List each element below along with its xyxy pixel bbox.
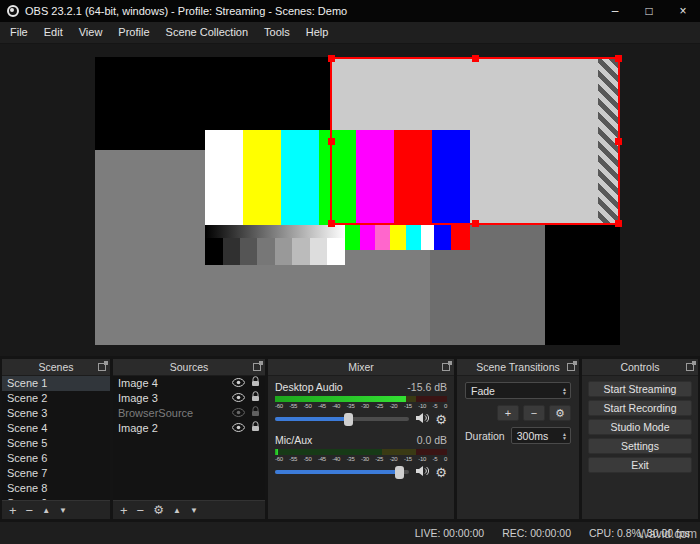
volume-slider[interactable] <box>275 464 409 480</box>
remove-transition-button[interactable]: − <box>523 405 545 421</box>
duration-spinbox[interactable]: 300ms ▲▼ <box>511 427 571 444</box>
source-row[interactable]: Image 2 <box>113 421 265 436</box>
visibility-eye-icon[interactable] <box>232 376 245 391</box>
sources-toolbar: + − ⚙ ▲ ▼ <box>113 500 265 519</box>
transitions-panel-title: Scene Transitions <box>476 361 559 373</box>
meter-fill <box>275 449 278 455</box>
slider-handle[interactable] <box>395 466 404 479</box>
source-properties-button[interactable]: ⚙ <box>153 503 164 517</box>
dock-float-icon[interactable] <box>253 363 261 371</box>
obs-window: OBS 23.2.1 (64-bit, windows) - Profile: … <box>0 0 700 544</box>
lock-icon[interactable] <box>251 421 260 436</box>
channel-gear-icon[interactable]: ⚙ <box>435 413 447 426</box>
scene-row[interactable]: Scene 5 <box>2 436 110 451</box>
add-source-button[interactable]: + <box>120 504 128 517</box>
scene-row[interactable]: Scene 6 <box>2 451 110 466</box>
selection-handle[interactable] <box>328 138 335 145</box>
window-controls: – □ × <box>598 0 700 22</box>
scene-row[interactable]: Scene 4 <box>2 421 110 436</box>
scene-row[interactable]: Scene 7 <box>2 466 110 481</box>
add-scene-button[interactable]: + <box>9 504 17 517</box>
transition-properties-button[interactable]: ⚙ <box>549 405 571 421</box>
lock-icon[interactable] <box>251 406 260 421</box>
lock-icon[interactable] <box>251 376 260 391</box>
visibility-eye-icon[interactable] <box>232 391 245 406</box>
scenes-panel: Scenes Scene 1 Scene 2 Scene 3 Scene 4 S… <box>2 359 110 519</box>
combo-arrows-icon[interactable]: ▲▼ <box>562 387 567 395</box>
duration-row: Duration 300ms ▲▼ <box>465 427 571 444</box>
selection-handle[interactable] <box>328 55 335 62</box>
add-transition-button[interactable]: + <box>497 405 519 421</box>
dock-float-icon[interactable] <box>686 363 694 371</box>
channel-gear-icon[interactable]: ⚙ <box>435 466 447 479</box>
slider-handle[interactable] <box>344 413 353 426</box>
selection-handle[interactable] <box>615 138 622 145</box>
controls-panel-header: Controls <box>582 359 698 376</box>
menu-view[interactable]: View <box>71 22 111 43</box>
visibility-eye-icon[interactable] <box>232 406 245 421</box>
selection-handle[interactable] <box>472 55 479 62</box>
watermark: Wavid.com <box>638 527 697 541</box>
menu-file[interactable]: File <box>2 22 36 43</box>
selection-handle[interactable] <box>615 220 622 227</box>
slider-fill <box>275 470 400 474</box>
volume-slider[interactable] <box>275 411 409 427</box>
live-status: LIVE: 00:00:00 <box>415 527 484 539</box>
titlebar: OBS 23.2.1 (64-bit, windows) - Profile: … <box>0 0 700 22</box>
channel-db-value: -15.6 dB <box>407 381 447 394</box>
menu-profile[interactable]: Profile <box>110 22 157 43</box>
start-streaming-button[interactable]: Start Streaming <box>588 381 692 397</box>
source-row[interactable]: Image 4 <box>113 376 265 391</box>
scene-row[interactable]: Scene 8 <box>2 481 110 496</box>
scene-row[interactable]: Scene 1 <box>2 376 110 391</box>
move-scene-up-button[interactable]: ▲ <box>42 506 50 515</box>
settings-button[interactable]: Settings <box>588 438 692 454</box>
scene-row[interactable]: Scene 2 <box>2 391 110 406</box>
maximize-button[interactable]: □ <box>632 0 666 22</box>
channel-db-value: 0.0 dB <box>417 434 447 447</box>
lock-icon[interactable] <box>251 391 260 406</box>
remove-scene-button[interactable]: − <box>26 504 34 517</box>
source-row[interactable]: BrowserSource <box>113 406 265 421</box>
dock-float-icon[interactable] <box>442 363 450 371</box>
mixer-channel: Mic/Aux 0.0 dB -60-55-50-45-40-35-30-25-… <box>275 434 447 481</box>
scenes-list[interactable]: Scene 1 Scene 2 Scene 3 Scene 4 Scene 5 … <box>2 376 110 500</box>
source-name: Image 4 <box>118 376 226 391</box>
source-row[interactable]: Image 3 <box>113 391 265 406</box>
menu-tools[interactable]: Tools <box>256 22 298 43</box>
selection-handle[interactable] <box>328 220 335 227</box>
source-grayscale-strips[interactable] <box>205 225 345 265</box>
dock-float-icon[interactable] <box>98 363 106 371</box>
scene-row[interactable]: Scene 3 <box>2 406 110 421</box>
start-recording-button[interactable]: Start Recording <box>588 400 692 416</box>
remove-source-button[interactable]: − <box>137 504 145 517</box>
visibility-eye-icon[interactable] <box>232 421 245 436</box>
dock-float-icon[interactable] <box>567 363 575 371</box>
selection-handle[interactable] <box>615 55 622 62</box>
preview-canvas[interactable] <box>95 57 620 345</box>
menu-help[interactable]: Help <box>298 22 337 43</box>
move-source-down-button[interactable]: ▼ <box>190 506 198 515</box>
move-scene-down-button[interactable]: ▼ <box>59 506 67 515</box>
transition-select[interactable]: Fade ▲▼ <box>465 382 571 399</box>
move-source-up-button[interactable]: ▲ <box>173 506 181 515</box>
studio-mode-button[interactable]: Studio Mode <box>588 419 692 435</box>
close-button[interactable]: × <box>666 0 700 22</box>
selection-handle[interactable] <box>472 220 479 227</box>
slider-fill <box>275 417 349 421</box>
mixer-panel-title: Mixer <box>348 361 374 373</box>
menu-scene-collection[interactable]: Scene Collection <box>158 22 257 43</box>
controls-body: Start Streaming Start Recording Studio M… <box>582 376 698 519</box>
rec-status: REC: 00:00:00 <box>502 527 571 539</box>
selection-outline[interactable] <box>330 57 620 225</box>
source-color-gradient-strip[interactable] <box>345 225 470 250</box>
speaker-icon[interactable] <box>415 410 429 428</box>
spinbox-arrows-icon[interactable]: ▲▼ <box>562 432 567 440</box>
speaker-icon[interactable] <box>415 463 429 481</box>
sources-list[interactable]: Image 4 Image 3 BrowserSource Image 2 <box>113 376 265 500</box>
minimize-button[interactable]: – <box>598 0 632 22</box>
duration-value: 300ms <box>517 430 562 442</box>
exit-button[interactable]: Exit <box>588 457 692 473</box>
menu-edit[interactable]: Edit <box>36 22 71 43</box>
meter-scale: -60-55-50-45-40-35-30-25-20-15-10-50 <box>275 402 447 410</box>
